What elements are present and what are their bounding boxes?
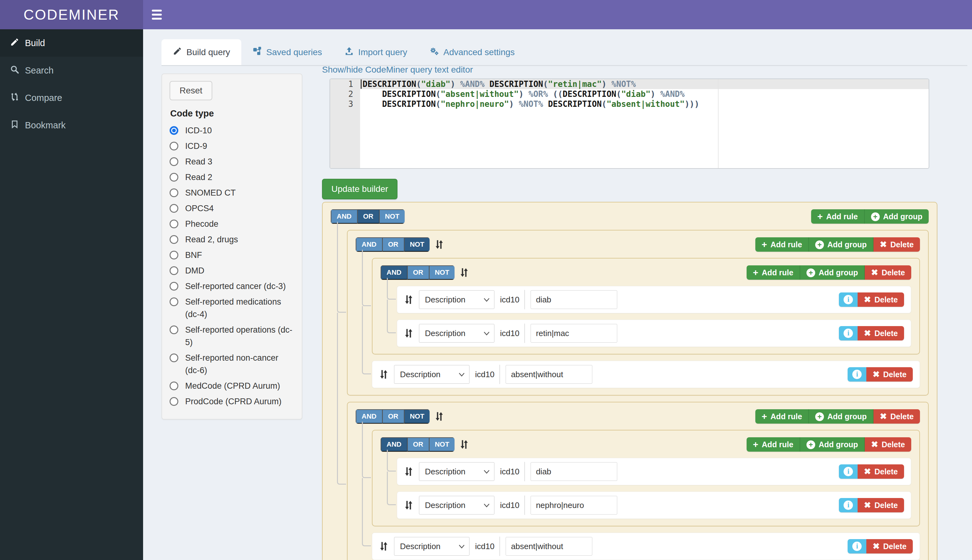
condition-or-button[interactable]: OR <box>407 265 429 280</box>
sort-handle-icon[interactable] <box>380 541 388 551</box>
radio-button[interactable] <box>170 266 178 275</box>
delete-rule-button[interactable]: ✖Delete <box>858 326 904 340</box>
add-group-button[interactable]: +Add group <box>809 409 873 423</box>
rule-value-input[interactable] <box>530 462 617 481</box>
radio-option-opcs4[interactable]: OPCS4 <box>170 202 294 215</box>
field-select[interactable]: Description <box>394 537 470 556</box>
add-group-button[interactable]: +Add group <box>809 237 873 252</box>
condition-or-button[interactable]: OR <box>357 209 379 223</box>
add-rule-button[interactable]: +Add rule <box>811 209 865 223</box>
radio-button[interactable] <box>170 353 178 362</box>
radio-option-icd-9[interactable]: ICD-9 <box>170 140 294 152</box>
sidebar-item-compare[interactable]: Compare <box>0 84 143 112</box>
condition-not-button[interactable]: NOT <box>429 437 455 452</box>
add-group-button[interactable]: +Add group <box>800 265 865 280</box>
radio-button[interactable] <box>170 382 178 390</box>
radio-button[interactable] <box>170 397 178 406</box>
radio-option-read-2-drugs[interactable]: Read 2, drugs <box>170 233 294 246</box>
sidebar-item-search[interactable]: Search <box>0 57 143 84</box>
delete-rule-button[interactable]: ✖Delete <box>866 367 913 382</box>
sort-handle-icon[interactable] <box>405 328 413 338</box>
rule-value-input[interactable] <box>530 324 617 343</box>
sort-handle-icon[interactable] <box>405 500 413 510</box>
rule-value-input[interactable] <box>506 365 592 384</box>
add-group-button[interactable]: +Add group <box>800 437 865 452</box>
condition-or-button[interactable]: OR <box>382 237 404 252</box>
radio-button[interactable] <box>170 126 178 135</box>
radio-option-phecode[interactable]: Phecode <box>170 218 294 230</box>
radio-option-self-reported-medications-dc-4-[interactable]: Self-reported medications (dc-4) <box>170 295 294 320</box>
tab-saved-queries[interactable]: Saved queries <box>241 39 333 65</box>
radio-button[interactable] <box>170 251 178 260</box>
radio-button[interactable] <box>170 188 178 197</box>
field-select[interactable]: Description <box>419 290 494 309</box>
info-button[interactable]: i <box>839 464 858 479</box>
rule-value-input[interactable] <box>530 496 617 515</box>
info-button[interactable]: i <box>839 292 858 307</box>
delete-rule-button[interactable]: ✖Delete <box>858 464 904 479</box>
radio-option-icd-10[interactable]: ICD-10 <box>170 124 294 137</box>
tab-build-query[interactable]: Build query <box>161 39 241 65</box>
radio-button[interactable] <box>170 142 178 150</box>
radio-option-snomed-ct[interactable]: SNOMED CT <box>170 187 294 199</box>
radio-option-self-reported-non-cancer-dc-6-[interactable]: Self-reported non-cancer (dc-6) <box>170 352 294 377</box>
sort-handle-icon[interactable] <box>435 240 443 250</box>
delete-rule-button[interactable]: ✖Delete <box>858 292 904 307</box>
radio-button[interactable] <box>170 173 178 182</box>
update-builder-button[interactable]: Update builder <box>322 179 398 199</box>
radio-option-self-reported-cancer-dc-3-[interactable]: Self-reported cancer (dc-3) <box>170 280 294 292</box>
sidebar-item-build[interactable]: Build <box>0 29 143 57</box>
condition-not-button[interactable]: NOT <box>404 409 430 423</box>
info-button[interactable]: i <box>848 539 866 553</box>
radio-button[interactable] <box>170 157 178 166</box>
radio-button[interactable] <box>170 204 178 213</box>
delete-group-button[interactable]: ✖Delete <box>865 437 911 452</box>
condition-or-button[interactable]: OR <box>382 409 404 423</box>
info-button[interactable]: i <box>839 498 858 512</box>
radio-button[interactable] <box>170 220 178 228</box>
add-rule-button[interactable]: +Add rule <box>755 237 809 252</box>
sort-handle-icon[interactable] <box>460 440 468 450</box>
radio-option-bnf[interactable]: BNF <box>170 249 294 261</box>
radio-button[interactable] <box>170 282 178 291</box>
radio-option-self-reported-operations-dc-5-[interactable]: Self-reported operations (dc-5) <box>170 323 294 348</box>
sort-handle-icon[interactable] <box>460 268 468 278</box>
rule-value-input[interactable] <box>506 537 592 556</box>
condition-not-button[interactable]: NOT <box>404 237 430 252</box>
tab-import-query[interactable]: Import query <box>333 39 418 65</box>
delete-group-button[interactable]: ✖Delete <box>865 265 911 280</box>
tab-advanced-settings[interactable]: Advanced settings <box>418 39 526 65</box>
sort-handle-icon[interactable] <box>405 295 413 305</box>
delete-rule-button[interactable]: ✖Delete <box>866 539 913 553</box>
condition-not-button[interactable]: NOT <box>379 209 405 223</box>
editor-toggle-link[interactable]: Show/hide CodeMiner query text editor <box>322 65 473 75</box>
condition-not-button[interactable]: NOT <box>429 265 455 280</box>
add-group-button[interactable]: +Add group <box>865 209 929 223</box>
radio-option-medcode-cprd-aurum-[interactable]: MedCode (CPRD Aurum) <box>170 380 294 392</box>
sort-handle-icon[interactable] <box>405 467 413 477</box>
delete-rule-button[interactable]: ✖Delete <box>858 498 904 512</box>
sort-handle-icon[interactable] <box>435 412 443 422</box>
info-button[interactable]: i <box>848 367 866 382</box>
radio-option-prodcode-cprd-aurum-[interactable]: ProdCode (CPRD Aurum) <box>170 395 294 408</box>
field-select[interactable]: Description <box>419 324 494 343</box>
field-select[interactable]: Description <box>419 462 494 481</box>
field-select[interactable]: Description <box>419 496 494 515</box>
add-rule-button[interactable]: +Add rule <box>747 437 800 452</box>
radio-option-read-2[interactable]: Read 2 <box>170 171 294 183</box>
condition-or-button[interactable]: OR <box>407 437 429 452</box>
radio-button[interactable] <box>170 325 178 334</box>
radio-option-read-3[interactable]: Read 3 <box>170 155 294 168</box>
radio-button[interactable] <box>170 297 178 306</box>
delete-group-button[interactable]: ✖Delete <box>873 409 920 423</box>
rule-value-input[interactable] <box>530 290 617 309</box>
sort-handle-icon[interactable] <box>380 369 388 379</box>
query-text-editor[interactable]: 1DESCRIPTION("diab") %AND% DESCRIPTION("… <box>330 78 929 169</box>
reset-button[interactable]: Reset <box>170 81 212 100</box>
field-select[interactable]: Description <box>394 365 470 384</box>
add-rule-button[interactable]: +Add rule <box>747 265 800 280</box>
add-rule-button[interactable]: +Add rule <box>755 409 809 423</box>
radio-button[interactable] <box>170 235 178 244</box>
sidebar-item-bookmark[interactable]: Bookmark <box>0 112 143 139</box>
sidebar-toggle-icon[interactable] <box>152 5 172 25</box>
